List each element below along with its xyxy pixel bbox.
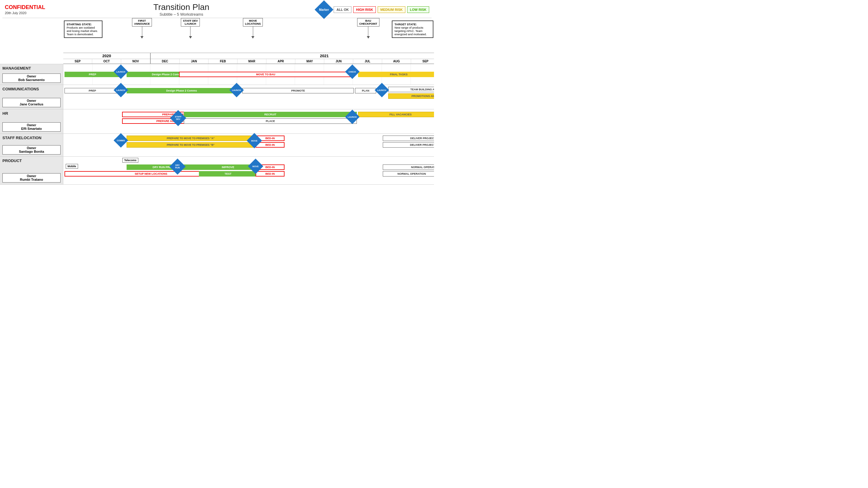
communications-owner-box: Owner Jane Cornelius xyxy=(2,98,61,107)
starting-state-box: STARTING STATE: Products are outdated an… xyxy=(64,21,102,38)
hr-owner-box: Owner Effi Smartato xyxy=(2,122,61,132)
target-state-title: TARGET STATE: xyxy=(395,23,417,26)
month-jul: JUL xyxy=(353,59,382,64)
title-section: Transition Plan Subtitle – 5 Workstreams xyxy=(153,2,210,17)
product-owner-title: Owner xyxy=(4,174,59,178)
management-name: MANAGEMENT xyxy=(2,66,61,70)
product-telecoms-callout: Telecoms xyxy=(122,158,138,163)
month-oct-2020: OCT xyxy=(92,59,121,64)
comms-promote-bar: PROMOTE xyxy=(242,88,354,93)
hr-row: HR Owner Effi Smartato PREPARE RECRUITER… xyxy=(0,109,434,133)
staff-relocation-label: STAFF RELOCATION Owner Santiago Bonita xyxy=(0,134,63,156)
product-row: PRODUCT Owner Rumbi Tratano Mobile Telec… xyxy=(0,156,434,185)
legend-medium-risk: MEDIUM RISK xyxy=(378,6,405,13)
marker-diamond: Marker xyxy=(315,0,333,19)
management-owner-name: Bob Sacramento xyxy=(4,78,59,82)
milestone-bau-checkpoint: BAUCHECKPOINT xyxy=(357,18,379,38)
product-owner-box: Owner Rumbi Tratano xyxy=(2,173,61,183)
comms-promotions-bar: PROMOTIONS ANNOUNCE xyxy=(388,93,434,99)
product-normal-op-top-bar: NORMAL OPERATION xyxy=(383,164,434,170)
hr-owner-title: Owner xyxy=(4,124,59,127)
milestone-staff-dev-launch: STAFF DEVLAUNCH xyxy=(181,18,200,38)
starting-state-text: Products are outdated and losing market … xyxy=(67,26,98,36)
hr-label: HR Owner Effi Smartato xyxy=(0,109,63,133)
reloc-deliver-2-bar: DELIVER PROJECT "2" xyxy=(383,135,434,141)
month-may: MAY xyxy=(296,59,324,64)
month-feb: FEB xyxy=(209,59,238,64)
product-owner-name: Rumbi Tratano xyxy=(4,178,59,181)
communications-name: COMMUNICATIONS xyxy=(2,87,61,91)
reloc-deliver-n-bar: DELIVER PROJECT "N" xyxy=(383,142,434,148)
staff-relocation-content: COMMS PREPARE TO MOVE TO PREMISES "A" PR… xyxy=(63,134,434,156)
month-jun: JUN xyxy=(324,59,353,64)
milestone-first-announce: FIRSTANNOUNCE xyxy=(132,18,152,38)
hr-place-bar: PLACE xyxy=(184,119,357,124)
product-content: Mobile Telecoms DRY RUN PREP SETUP NEW L… xyxy=(63,157,434,184)
months-2020: SEP OCT NOV xyxy=(63,59,150,64)
main-title: Transition Plan xyxy=(153,2,210,12)
month-jan: JAN xyxy=(180,59,209,64)
product-dry-run-prep-bar: DRY RUN PREP xyxy=(127,164,199,170)
staff-relocation-owner-box: Owner Santiago Bonita xyxy=(2,145,61,155)
legend-area: Marker ALL OK HIGH RISK MEDIUM RISK LOW … xyxy=(317,3,429,16)
legend-low-risk: LOW RISK xyxy=(407,6,429,13)
reloc-prep-b-bar: PREPARE TO MOVE TO PREMISES "B" xyxy=(127,142,255,148)
year-2021-label: 2021 xyxy=(151,53,434,59)
management-label: MANAGEMENT Owner Bob Sacramento xyxy=(0,64,63,85)
month-apr: APR xyxy=(267,59,296,64)
staff-relocation-row: STAFF RELOCATION Owner Santiago Bonita C… xyxy=(0,133,434,156)
header: CONFIDENTIAL 20th July 2020 Transition P… xyxy=(0,0,434,18)
management-row: MANAGEMENT Owner Bob Sacramento PREP LAU… xyxy=(0,64,434,85)
month-sep: SEP xyxy=(411,59,434,64)
comms-design-phase-bar: Design Phase 2 Comms xyxy=(127,88,237,93)
milestone-move-locations: MOVELOCATIONS xyxy=(243,18,263,38)
communications-row: COMMUNICATIONS Owner Jane Cornelius PREP… xyxy=(0,85,434,109)
communications-owner-name: Jane Cornelius xyxy=(4,102,59,106)
staff-relocation-owner-title: Owner xyxy=(4,147,59,150)
confidential-label: CONFIDENTIAL xyxy=(5,4,45,10)
months-2021: DEC JAN FEB MAR APR MAY JUN JUL AUG SEP … xyxy=(151,59,434,64)
milestone-area: STARTING STATE: Products are outdated an… xyxy=(63,18,434,53)
product-normal-op-bottom-bar: NORMAL OPERATION xyxy=(383,171,434,176)
product-bed-in-bottom-bar: BED-IN xyxy=(255,171,284,176)
product-test-bar: TEST xyxy=(199,171,257,176)
mgmt-prep-bar: PREP xyxy=(64,72,121,77)
month-sep-2020: SEP xyxy=(63,59,92,64)
month-dec: DEC xyxy=(151,59,180,64)
comms-launch-diamond-1: LAUNCH xyxy=(114,83,128,97)
product-mobile-callout: Mobile xyxy=(66,164,78,169)
comms-prep-bar: PREP xyxy=(64,88,120,93)
reloc-bed-in-b-bar: BED-IN xyxy=(255,142,284,148)
legend-all-ok: ALL OK xyxy=(334,6,351,13)
reloc-comms-diamond: COMMS xyxy=(114,133,128,148)
year-2021: 2021 DEC JAN FEB MAR APR MAY JUN JUL AUG… xyxy=(151,53,434,64)
confidential-section: CONFIDENTIAL 20th July 2020 xyxy=(5,4,45,15)
product-name: PRODUCT xyxy=(2,158,61,163)
staff-relocation-name: STAFF RELOCATION xyxy=(2,135,61,140)
hr-recruit-bar: RECRUIT xyxy=(184,112,357,117)
management-owner-title: Owner xyxy=(4,75,59,78)
year-2020-label: 2020 xyxy=(63,53,150,59)
date-label: 20th July 2020 xyxy=(5,11,45,15)
comms-plan-bar: PLAN xyxy=(355,88,376,93)
reloc-prep-a-bar: PREPARE TO MOVE TO PREMISES "A" xyxy=(127,135,255,141)
comms-team-building-bar: TEAM BUILDING ACTIVITIES xyxy=(388,87,434,92)
comms-launch-diamond-3: LAUNCH xyxy=(375,83,389,97)
hr-name: HR xyxy=(2,111,61,116)
month-aug: AUG xyxy=(382,59,411,64)
target-state-text: New range of products targeting APAC. Te… xyxy=(395,26,427,36)
legend-high-risk: HIGH RISK xyxy=(353,6,376,13)
communications-content: PREP LAUNCH Design Phase 2 Comms LAUNCH … xyxy=(63,85,434,109)
management-owner-box: Owner Bob Sacramento xyxy=(2,73,61,83)
management-content: PREP LAUNCH Design Phase 2 Comms MOVE TO… xyxy=(63,64,434,85)
mgmt-move-to-bau-bar: MOVE TO BAU xyxy=(179,72,352,77)
communications-label: COMMUNICATIONS Owner Jane Cornelius xyxy=(0,85,63,109)
staff-relocation-owner-name: Santiago Bonita xyxy=(4,150,59,153)
month-nov-2020: NOV xyxy=(121,59,150,64)
hr-owner-name: Effi Smartato xyxy=(4,127,59,130)
hr-content: PREPARE RECRUITERS PREPARE AGENCY FOR SU… xyxy=(63,109,434,133)
comms-launch-diamond-2: LAUNCH xyxy=(229,83,244,97)
product-label: PRODUCT Owner Rumbi Tratano xyxy=(0,157,63,184)
starting-state-title: STARTING STATE: xyxy=(67,23,92,26)
month-mar: MAR xyxy=(238,59,267,64)
